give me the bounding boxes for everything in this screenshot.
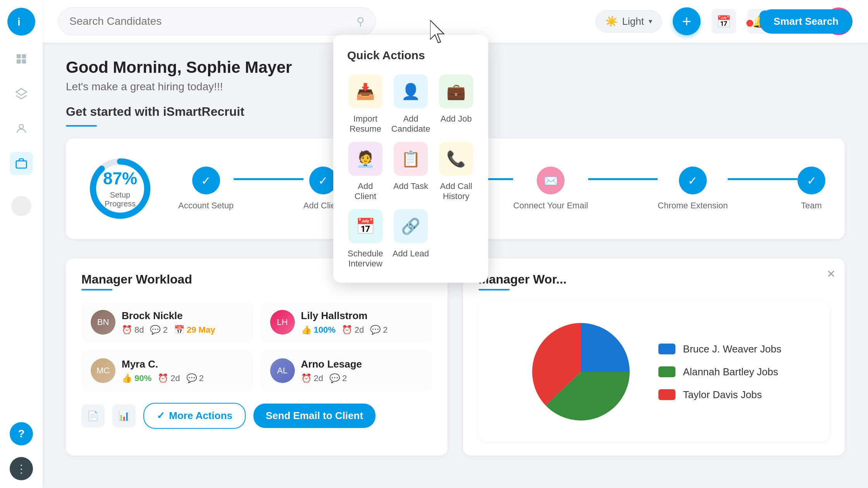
comment-icon-lily: 💬 — [370, 325, 381, 335]
svg-rect-3 — [22, 54, 26, 58]
search-input[interactable] — [69, 15, 352, 27]
employee-card-arno[interactable]: AL Arno Lesage ⏰2d 💬2 — [261, 351, 432, 391]
qa-add-client[interactable]: 🧑‍💼 Add Client — [347, 142, 384, 201]
qa-icon-client: 🧑‍💼 — [348, 142, 382, 176]
sidebar-item-layers[interactable] — [10, 82, 33, 105]
sidebar-item-circle[interactable] — [10, 194, 33, 218]
step-label-chrome: Chrome Extension — [658, 201, 728, 211]
workload-underline-right — [479, 289, 510, 290]
emp-meta-brock: ⏰8d 💬2 📅29 May — [122, 325, 215, 335]
emp-avatar-myra: MC — [91, 358, 115, 383]
theme-toggle[interactable]: ☀️ Light ▾ — [596, 10, 662, 33]
employee-card-myra[interactable]: MC Myra C. 👍90% ⏰2d — [81, 351, 253, 391]
qa-add-lead[interactable]: 🔗 Add Lead — [391, 209, 430, 269]
qa-import-resume[interactable]: 📥 Import Resume — [347, 74, 384, 134]
qa-add-call-history[interactable]: 📞 Add Call History — [438, 142, 474, 201]
emp-time-lily: ⏰2d — [342, 325, 364, 335]
qa-icon-call: 📞 — [439, 142, 473, 176]
qa-icon-import: 📥 — [348, 74, 382, 108]
sidebar-item-jobs[interactable] — [10, 152, 33, 175]
emp-avatar-arno: AL — [270, 358, 295, 383]
emp-time-myra: ⏰2d — [158, 373, 180, 383]
send-email-button[interactable]: Send Email to Client — [253, 404, 375, 428]
more-actions-label: More Actions — [169, 410, 232, 422]
employee-card-brock[interactable]: BN Brock Nickle ⏰8d 💬2 — [81, 302, 253, 343]
qa-add-candidate[interactable]: 👤 Add Candidate — [391, 74, 430, 134]
quick-actions-panel: Quick Actions 📥 Import Resume 👤 Add Cand… — [333, 35, 488, 283]
step-team: ✓ Team — [797, 167, 825, 211]
emp-comments-brock: 💬2 — [150, 325, 167, 335]
comment-icon-arno: 💬 — [329, 373, 340, 383]
more-actions-button[interactable]: ✓ More Actions — [143, 403, 246, 429]
qa-icon-lead: 🔗 — [394, 209, 428, 243]
chart-legend: Bruce J. Weaver Jobs Alannah Bartley Job… — [658, 343, 782, 401]
excel-export-button[interactable]: 📊 — [112, 404, 136, 428]
emp-comments-lily: 💬2 — [370, 325, 388, 335]
sidebar-item-dashboard[interactable] — [10, 47, 33, 70]
qa-label-import: Import Resume — [347, 114, 384, 134]
emp-name-myra: Myra C. — [122, 358, 204, 370]
quick-actions-grid: 📥 Import Resume 👤 Add Candidate 💼 Add Jo… — [347, 74, 474, 269]
qa-icon-candidate: 👤 — [394, 74, 428, 108]
close-workload-right[interactable]: ✕ — [827, 268, 835, 280]
pie-chart — [527, 318, 635, 426]
emp-time-arno: ⏰2d — [301, 373, 323, 383]
sidebar-more-button[interactable]: ⋮ — [10, 457, 33, 480]
comment-icon-myra: 💬 — [186, 373, 197, 383]
emp-name-brock: Brock Nickle — [122, 310, 215, 322]
qa-label-candidate: Add Candidate — [391, 114, 430, 134]
svg-rect-5 — [22, 59, 26, 64]
send-email-label: Send Email to Client — [266, 410, 363, 422]
step-circle-account: ✓ — [192, 167, 220, 194]
search-bar[interactable]: ⚲ — [58, 7, 376, 35]
action-bar: 📄 📊 ✓ More Actions Send Email to Client — [81, 403, 432, 429]
clock-icon-lily: ⏰ — [342, 325, 352, 335]
svg-marker-6 — [16, 89, 27, 95]
emp-name-arno: Arno Lesage — [301, 358, 362, 370]
step-line-1 — [234, 178, 303, 180]
sidebar-item-candidates[interactable] — [10, 117, 33, 140]
svg-rect-8 — [16, 161, 27, 168]
pdf-export-button[interactable]: 📄 — [81, 404, 105, 428]
emp-info-myra: Myra C. 👍90% ⏰2d 💬2 — [122, 358, 204, 383]
search-icon: ⚲ — [356, 15, 365, 28]
qa-label-client: Add Client — [347, 181, 384, 201]
employee-card-lily[interactable]: LH Lily Hallstrom 👍100% ⏰2d — [261, 302, 432, 343]
progress-percentage: 87% — [103, 169, 138, 188]
svg-text:i: i — [17, 16, 21, 28]
calendar-icon-brock: 📅 — [174, 325, 184, 335]
qa-label-interview: Schedule Interview — [347, 249, 384, 269]
qa-icon-job: 💼 — [439, 74, 473, 108]
app-logo[interactable]: i — [7, 8, 35, 36]
clock-icon: ⏰ — [122, 325, 132, 335]
sidebar: i ? ⋮ — [0, 0, 43, 488]
qa-add-job[interactable]: 💼 Add Job — [438, 74, 474, 134]
pie-chart-container: Bruce J. Weaver Jobs Alannah Bartley Job… — [479, 302, 829, 442]
bottom-section: Manager Workload ✕ BN Brock Nickle — [66, 258, 845, 455]
sidebar-help-button[interactable]: ? — [10, 422, 33, 445]
qa-label-call: Add Call History — [438, 181, 474, 201]
manager-workload-card-right: Manager Wor... ✕ — [463, 258, 845, 455]
thumb-icon-myra: 👍 — [122, 373, 132, 383]
emp-avatar-lily: LH — [270, 310, 295, 335]
legend-label-bruce: Bruce J. Weaver Jobs — [683, 343, 782, 355]
qa-add-task[interactable]: 📋 Add Task — [391, 142, 430, 201]
legend-color-taylor — [658, 389, 675, 400]
legend-item-alannah: Alannah Bartley Jobs — [658, 366, 782, 378]
workload-title-right: Manager Wor... — [479, 272, 829, 287]
emp-pct-lily: 👍100% — [301, 325, 336, 335]
step-line-5 — [728, 178, 797, 180]
qa-icon-interview: 📅 — [348, 209, 382, 243]
emp-info-brock: Brock Nickle ⏰8d 💬2 📅29 May — [122, 310, 215, 335]
legend-label-taylor: Taylor Davis Jobs — [683, 389, 762, 401]
workload-underline-left — [81, 289, 112, 290]
qa-icon-task: 📋 — [394, 142, 428, 176]
progress-text: 87% Setup Progress — [103, 169, 138, 208]
emp-info-arno: Arno Lesage ⏰2d 💬2 — [301, 358, 362, 383]
step-line-4 — [588, 178, 658, 180]
svg-rect-2 — [17, 54, 21, 58]
qa-schedule-interview[interactable]: 📅 Schedule Interview — [347, 209, 384, 269]
smart-search-button[interactable]: Smart Search — [760, 9, 852, 34]
emp-meta-lily: 👍100% ⏰2d 💬2 — [301, 325, 388, 335]
emp-info-lily: Lily Hallstrom 👍100% ⏰2d 💬2 — [301, 310, 388, 335]
